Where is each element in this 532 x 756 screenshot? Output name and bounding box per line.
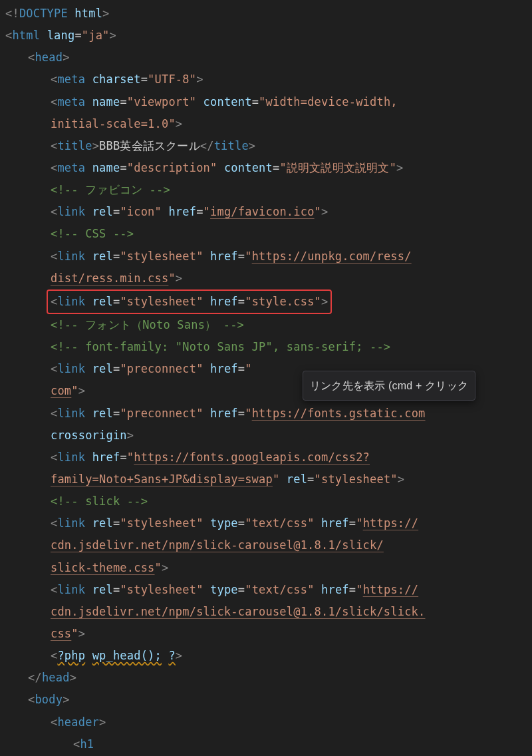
code-token	[85, 516, 92, 530]
code-line[interactable]: <link rel="stylesheet" href="https://unp…	[5, 246, 532, 268]
code-line[interactable]: <!-- font-family: "Noto Sans JP", sans-s…	[5, 336, 532, 358]
code-token: <!-- フォント（Noto Sans） -->	[51, 318, 244, 331]
code-token: >	[78, 384, 85, 397]
code-line[interactable]: <title>BBB英会話スクール</title>	[5, 135, 532, 157]
code-token: <	[51, 649, 57, 662]
code-token: content	[224, 161, 273, 174]
code-token: <	[51, 362, 57, 375]
code-token: =	[141, 73, 148, 86]
code-token: name	[92, 95, 120, 108]
code-line[interactable]: cdn.jsdelivr.net/npm/slick-carousel@1.8.…	[5, 601, 532, 623]
code-line[interactable]: <!-- フォント（Noto Sans） -->	[5, 314, 532, 336]
code-line[interactable]: <link href="https://fonts.googleapis.com…	[5, 447, 532, 469]
code-line[interactable]: <meta name="description" content="説明文説明文…	[5, 157, 532, 179]
code-token: =	[349, 583, 356, 596]
code-token: html	[12, 29, 40, 42]
code-token	[85, 407, 92, 420]
code-token: link	[57, 451, 85, 464]
code-token: href	[321, 516, 349, 530]
code-token	[315, 516, 321, 530]
code-line[interactable]: </head>	[5, 667, 532, 689]
code-token: <!-- ファビコン -->	[51, 183, 170, 196]
code-line[interactable]: <meta charset="UTF-8">	[5, 69, 532, 91]
code-token: <	[51, 139, 57, 152]
code-line[interactable]: <h1	[5, 733, 532, 755]
code-token: rel	[92, 205, 113, 218]
code-line[interactable]: <link rel="icon" href="img/favicon.ico">	[5, 201, 532, 223]
code-token: =	[196, 205, 203, 218]
code-token: =	[238, 516, 245, 530]
code-token: h1	[80, 737, 94, 751]
code-line[interactable]: <link rel="stylesheet" type="text/css" h…	[5, 579, 532, 601]
code-token: <	[28, 693, 35, 706]
code-token	[203, 583, 210, 596]
code-token: >	[196, 73, 203, 86]
code-token: >	[110, 29, 116, 42]
code-line[interactable]: crossorigin>	[5, 425, 532, 447]
code-token: crossorigin	[51, 429, 127, 442]
code-token: link	[57, 516, 85, 530]
code-line[interactable]: initial-scale=1.0">	[5, 113, 532, 135]
code-line[interactable]: <link rel="stylesheet" href="style.css">	[5, 289, 532, 314]
code-line[interactable]: <?php wp_head(); ?>	[5, 645, 532, 667]
code-token: >	[398, 472, 404, 486]
code-token: slick-theme.css	[51, 561, 155, 574]
code-token: <!	[5, 7, 19, 20]
code-token: >	[176, 117, 182, 130]
code-token: <	[51, 715, 57, 729]
code-token: "viewport"	[127, 95, 196, 108]
code-token: "	[71, 384, 78, 397]
code-line[interactable]: css">	[5, 623, 532, 645]
code-token: "	[155, 561, 162, 574]
code-token: link	[57, 362, 85, 375]
code-line[interactable]: <link rel="stylesheet" type="text/css" h…	[5, 512, 532, 534]
code-token: <	[28, 51, 35, 64]
code-token: link	[57, 295, 85, 308]
code-token: "UTF-8"	[148, 73, 196, 86]
code-line[interactable]: <!-- CSS -->	[5, 223, 532, 245]
code-line[interactable]: <!-- slick -->	[5, 490, 532, 512]
code-token: >	[92, 139, 99, 152]
code-line[interactable]: cdn.jsdelivr.net/npm/slick-carousel@1.8.…	[5, 534, 532, 556]
code-token: DOCTYPE	[19, 7, 68, 20]
code-token: "width=device-width,	[259, 95, 398, 108]
code-line[interactable]: <!-- ファビコン -->	[5, 179, 532, 201]
code-token	[315, 583, 321, 596]
code-token	[85, 649, 92, 662]
code-line[interactable]: <!DOCTYPE html>	[5, 3, 532, 25]
code-token: charset	[92, 73, 141, 86]
code-token: <!-- font-family: "Noto Sans JP", sans-s…	[51, 340, 390, 353]
code-line[interactable]: <header>	[5, 711, 532, 733]
code-token: body	[35, 693, 63, 706]
code-token: "	[245, 362, 251, 375]
code-token: <	[51, 583, 57, 596]
code-token: cdn.jsdelivr.net/npm/slick-carousel@1.8.…	[51, 605, 425, 618]
code-line[interactable]: dist/ress.min.css">	[5, 268, 532, 289]
code-token: =	[120, 451, 126, 464]
code-token: com	[51, 384, 71, 397]
code-token: =	[113, 583, 120, 596]
code-token: ?	[168, 649, 175, 662]
code-line[interactable]: <link rel="preconnect" href="https://fon…	[5, 403, 532, 425]
code-token: <	[51, 407, 57, 420]
code-line[interactable]: family=Noto+Sans+JP&display=swap" rel="s…	[5, 469, 532, 490]
code-line[interactable]: <body>	[5, 689, 532, 711]
code-line[interactable]: slick-theme.css">	[5, 557, 532, 579]
code-token	[203, 295, 210, 308]
code-token: "stylesheet"	[120, 583, 203, 596]
code-line[interactable]: <html lang="ja">	[5, 25, 532, 47]
code-token: rel	[92, 250, 113, 263]
code-token: head	[42, 671, 70, 684]
code-token: >	[78, 627, 85, 640]
code-token: =	[113, 516, 120, 530]
code-token: <	[73, 737, 80, 751]
code-token: link	[57, 583, 85, 596]
code-token: cdn.jsdelivr.net/npm/slick-carousel@1.8.…	[51, 538, 384, 552]
code-token: >	[321, 295, 328, 308]
code-token: >	[249, 139, 255, 152]
code-line[interactable]: <meta name="viewport" content="width=dev…	[5, 91, 532, 113]
code-token: link	[57, 250, 85, 263]
code-line[interactable]: <head>	[5, 47, 532, 69]
code-token: =	[349, 516, 356, 530]
code-token: meta	[57, 73, 85, 86]
